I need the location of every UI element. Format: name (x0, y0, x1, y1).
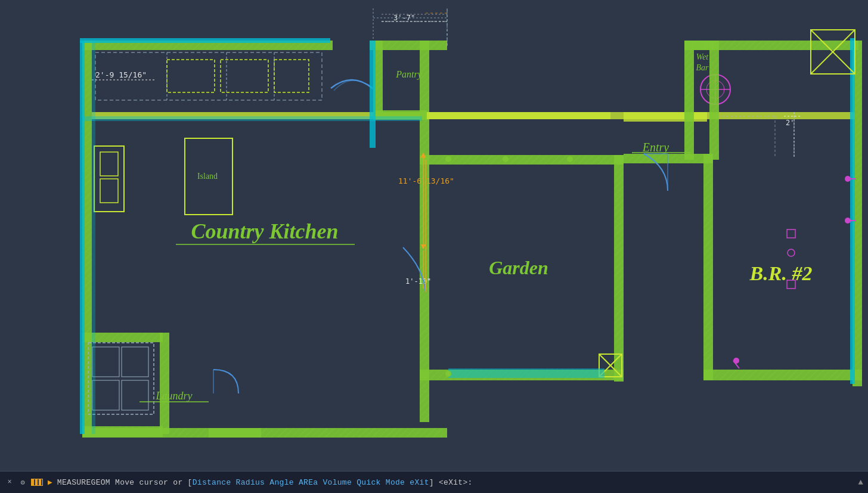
svg-point-92 (733, 358, 739, 364)
close-icon[interactable]: × (5, 478, 14, 487)
command-name: MEASUREGEOM (57, 478, 110, 487)
option-volume[interactable]: Volume (323, 478, 352, 487)
command-text: MEASUREGEOM Move cursor or [Distance Rad… (57, 478, 473, 487)
command-bar: × ⚙ ▶ MEASUREGEOM Move cursor or [Distan… (0, 471, 868, 493)
country-kitchen-label: Country Kitchen (191, 219, 338, 243)
svg-rect-52 (850, 38, 855, 384)
svg-rect-50 (80, 38, 330, 43)
measure-icon (31, 479, 43, 486)
laundry-label: Laundry (155, 390, 192, 402)
space6 (381, 478, 386, 487)
island-label: Island (197, 172, 218, 181)
svg-rect-123 (709, 41, 719, 160)
wet-bar-label: Wet (696, 52, 709, 61)
dim-pantry-width: 3'-7" (393, 14, 415, 22)
br2-label: B.R. #2 (749, 262, 813, 284)
wet-bar-label2: Bar (696, 63, 709, 72)
option-exit[interactable]: eXit (410, 478, 429, 487)
svg-rect-120 (370, 41, 376, 148)
pantry-label: Pantry (395, 69, 422, 80)
option-distance[interactable]: Distance (193, 478, 231, 487)
option-mode[interactable]: Mode (386, 478, 405, 487)
space5 (352, 478, 356, 487)
suffix: ] <eXit>: (429, 478, 473, 487)
svg-point-96 (845, 218, 851, 224)
svg-rect-43 (624, 112, 707, 122)
svg-rect-49 (80, 41, 85, 434)
svg-rect-104 (448, 368, 604, 378)
space1 (231, 478, 236, 487)
svg-rect-106 (92, 41, 95, 434)
svg-rect-16 (420, 41, 429, 422)
svg-point-94 (845, 176, 851, 182)
svg-rect-18 (614, 155, 624, 382)
settings-icon[interactable]: ⚙ (18, 478, 27, 487)
svg-point-113 (445, 371, 451, 377)
svg-rect-32 (624, 154, 713, 163)
option-angle[interactable]: Angle (269, 478, 294, 487)
svg-rect-28 (703, 370, 862, 380)
dim-left: 2'-9 15/16" (95, 70, 147, 79)
measure-indicator: ▶ (48, 478, 52, 487)
space3 (294, 478, 299, 487)
dim-vertical: 11'-6 13/16" (398, 176, 454, 185)
option-area[interactable]: AREa (299, 478, 318, 487)
command-prompt: Move cursor or [ (115, 478, 193, 487)
dim-right: 2' (786, 119, 794, 127)
svg-rect-13 (209, 428, 447, 438)
svg-point-110 (445, 156, 451, 162)
option-quick[interactable]: Quick (356, 478, 381, 487)
scroll-up-arrow[interactable]: ▲ (858, 478, 863, 487)
garden-label: Garden (489, 257, 548, 278)
svg-rect-40 (160, 333, 169, 434)
svg-rect-121 (692, 41, 708, 50)
dim-small: 1'-10" (405, 277, 431, 286)
svg-rect-30 (703, 154, 713, 380)
svg-point-111 (503, 156, 509, 162)
option-radius[interactable]: Radius (236, 478, 265, 487)
svg-point-112 (567, 156, 573, 162)
svg-rect-47 (684, 41, 694, 160)
floor-plan: Country Kitchen Garden Pantry Entry Wet … (0, 0, 868, 471)
